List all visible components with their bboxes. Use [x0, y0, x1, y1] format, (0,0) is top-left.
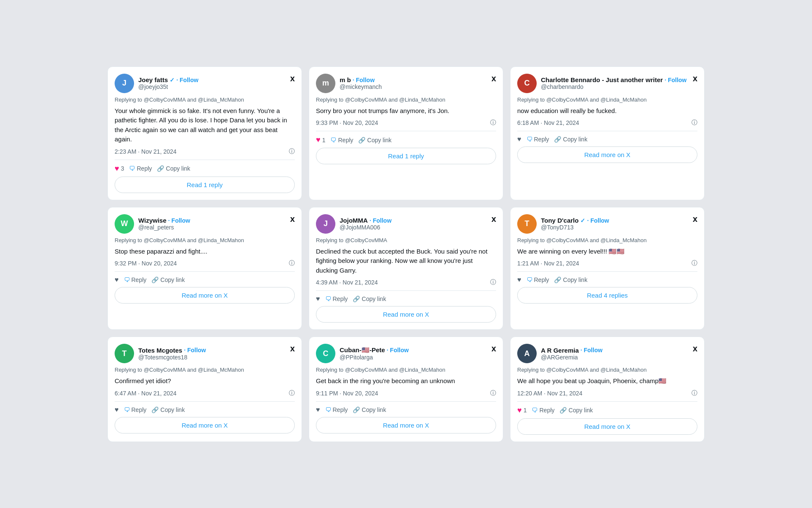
tweet-text: We are winning on every level!!! 🇺🇸🇺🇸 — [517, 247, 697, 257]
copy-link-button[interactable]: 🔗 Copy link — [554, 136, 587, 143]
reply-button[interactable]: 🗨 Reply — [129, 165, 152, 172]
user-name-row: Charlotte Bennardo - Just another writer… — [541, 76, 686, 83]
reply-button[interactable]: 🗨 Reply — [124, 406, 147, 413]
reply-label: Reply — [333, 406, 348, 413]
user-details: Wizywise · Follow @real_peters — [138, 217, 190, 231]
card-header: C Charlotte Bennardo - Just another writ… — [517, 74, 697, 93]
tweet-card-joey-fatts: J Joey fatts ✓ · Follow @joeyjo35t x Rep… — [107, 66, 302, 200]
user-handle: @charbennardo — [541, 83, 686, 90]
like-button[interactable]: ♥ — [316, 406, 320, 414]
like-button[interactable]: ♥ — [316, 295, 320, 303]
like-button[interactable]: ♥ 1 — [517, 406, 527, 415]
user-details: JojoMMA · Follow @JojoMMA006 — [340, 217, 392, 231]
display-name: Wizywise — [138, 217, 167, 224]
like-button[interactable]: ♥ — [115, 406, 119, 414]
info-icon[interactable]: ⓘ — [691, 260, 697, 267]
read-more-button[interactable]: Read more on X — [115, 417, 295, 433]
read-more-button[interactable]: Read more on X — [316, 417, 496, 433]
tweet-time: 9:32 PM · Nov 20, 2024 — [115, 260, 177, 267]
copy-link-button[interactable]: 🔗 Copy link — [151, 276, 185, 283]
display-name: Cuban-🇺🇸-Pete — [340, 346, 385, 354]
copy-link-label: Copy link — [563, 276, 587, 283]
verified-badge: ✓ — [580, 217, 585, 224]
reply-button[interactable]: 🗨 Reply — [124, 276, 147, 283]
read-more-button[interactable]: Read 4 replies — [517, 287, 697, 304]
copy-link-button[interactable]: 🔗 Copy link — [157, 165, 190, 172]
user-name-row: Cuban-🇺🇸-Pete · Follow — [340, 346, 409, 354]
user-name-row: Tony D'carlo ✓ · Follow — [541, 217, 609, 224]
x-icon[interactable]: x — [290, 214, 295, 224]
follow-button[interactable]: · Follow — [587, 217, 609, 224]
read-more-button[interactable]: Read more on X — [115, 287, 295, 304]
info-icon[interactable]: ⓘ — [490, 389, 496, 397]
user-name-row: m b · Follow — [340, 76, 382, 83]
follow-button[interactable]: · Follow — [580, 347, 602, 353]
reply-icon: 🗨 — [325, 406, 331, 413]
reply-icon: 🗨 — [124, 276, 130, 283]
like-button[interactable]: ♥ — [115, 276, 119, 284]
card-header: A A R Geremia · Follow @ARGeremia x — [517, 344, 697, 363]
time-row: 4:39 AM · Nov 21, 2024 ⓘ — [316, 279, 496, 286]
reply-button[interactable]: 🗨 Reply — [527, 276, 549, 283]
copy-link-button[interactable]: 🔗 Copy link — [353, 406, 386, 413]
info-icon[interactable]: ⓘ — [289, 389, 295, 397]
read-more-button[interactable]: Read more on X — [517, 146, 697, 163]
info-icon[interactable]: ⓘ — [289, 260, 295, 267]
user-info: C Cuban-🇺🇸-Pete · Follow @PPitolarga — [316, 344, 409, 363]
x-icon[interactable]: x — [693, 344, 697, 353]
read-more-button[interactable]: Read more on X — [517, 418, 697, 435]
follow-button[interactable]: · Follow — [664, 77, 686, 83]
copy-link-button[interactable]: 🔗 Copy link — [560, 407, 593, 414]
reply-button[interactable]: 🗨 Reply — [527, 136, 549, 143]
time-row: 2:23 AM · Nov 21, 2024 ⓘ — [115, 148, 295, 155]
follow-button[interactable]: · Follow — [387, 347, 409, 353]
user-details: Joey fatts ✓ · Follow @joeyjo35t — [138, 76, 198, 90]
copy-link-button[interactable]: 🔗 Copy link — [554, 276, 587, 283]
reply-button[interactable]: 🗨 Reply — [532, 407, 554, 414]
x-icon[interactable]: x — [290, 74, 295, 83]
reply-button[interactable]: 🗨 Reply — [325, 406, 348, 413]
copy-link-button[interactable]: 🔗 Copy link — [151, 406, 185, 413]
read-more-button[interactable]: Read 1 reply — [316, 148, 496, 164]
read-more-button[interactable]: Read more on X — [316, 306, 496, 323]
follow-button[interactable]: · Follow — [176, 77, 198, 83]
info-icon[interactable]: ⓘ — [691, 389, 697, 397]
reply-label: Reply — [132, 276, 147, 283]
avatar: J — [115, 74, 134, 93]
info-icon[interactable]: ⓘ — [289, 148, 295, 155]
like-button[interactable]: ♥ 3 — [115, 164, 124, 173]
tweet-card-totes-mcgotes: T Totes Mcgotes · Follow @Totesmcgotes18… — [107, 337, 302, 442]
avatar: W — [115, 214, 134, 234]
like-count: 1 — [322, 137, 326, 144]
card-header: W Wizywise · Follow @real_peters x — [115, 214, 295, 234]
tweets-grid: J Joey fatts ✓ · Follow @joeyjo35t x Rep… — [107, 66, 705, 442]
tweet-time: 9:11 PM · Nov 20, 2024 — [316, 390, 378, 397]
x-icon[interactable]: x — [290, 344, 295, 353]
info-icon[interactable]: ⓘ — [691, 119, 697, 127]
follow-button[interactable]: · Follow — [168, 217, 190, 224]
info-icon[interactable]: ⓘ — [490, 119, 496, 127]
reply-button[interactable]: 🗨 Reply — [330, 137, 353, 144]
like-count: 1 — [524, 407, 527, 414]
info-icon[interactable]: ⓘ — [490, 279, 496, 286]
reply-label: Reply — [338, 137, 353, 144]
x-icon[interactable]: x — [491, 214, 496, 224]
like-button[interactable]: ♥ — [517, 276, 521, 284]
tweet-time: 9:33 PM · Nov 20, 2024 — [316, 119, 378, 126]
x-icon[interactable]: x — [491, 344, 496, 353]
x-icon[interactable]: x — [693, 214, 697, 224]
copy-link-button[interactable]: 🔗 Copy link — [358, 137, 392, 144]
tweet-text: Sorry bro your not trumps fav anymore, i… — [316, 106, 496, 116]
user-details: m b · Follow @mickeymanch — [340, 76, 382, 90]
reply-button[interactable]: 🗨 Reply — [325, 295, 348, 302]
read-more-button[interactable]: Read 1 reply — [115, 177, 295, 193]
follow-button[interactable]: · Follow — [370, 217, 392, 224]
follow-button[interactable]: · Follow — [353, 77, 375, 83]
copy-link-button[interactable]: 🔗 Copy link — [353, 295, 386, 302]
x-icon[interactable]: x — [491, 74, 496, 83]
x-icon[interactable]: x — [693, 74, 697, 83]
like-button[interactable]: ♥ 1 — [316, 135, 325, 144]
card-header: T Tony D'carlo ✓ · Follow @TonyD713 x — [517, 214, 697, 234]
follow-button[interactable]: · Follow — [184, 347, 206, 353]
like-button[interactable]: ♥ — [517, 135, 521, 143]
